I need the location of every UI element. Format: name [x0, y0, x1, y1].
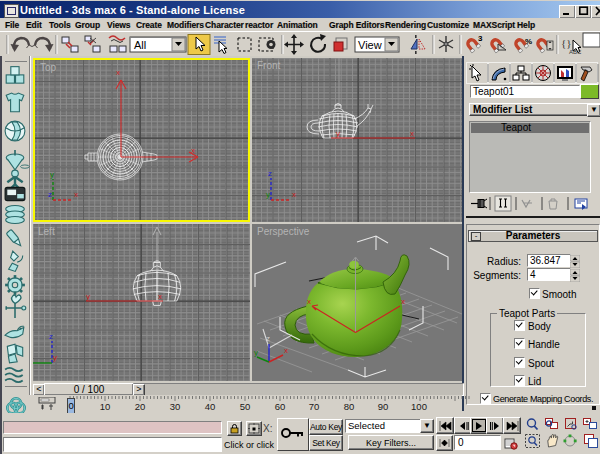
svg-text:y: y	[254, 348, 258, 357]
svg-text:x: x	[410, 129, 414, 138]
svg-text:z: z	[268, 169, 272, 178]
svg-text:y: y	[50, 170, 54, 179]
svg-text:All: All	[134, 39, 146, 51]
svg-text:View: View	[358, 39, 382, 51]
svg-text:3: 3	[478, 34, 483, 43]
svg-text:x: x	[158, 292, 162, 301]
svg-text:x: x	[74, 190, 78, 199]
svg-text:x: x	[191, 146, 195, 155]
svg-text:z: z	[266, 334, 270, 343]
svg-text:z: z	[49, 332, 53, 341]
svg-text:x: x	[401, 297, 405, 306]
svg-text:70: 70	[309, 401, 320, 412]
svg-text:90: 90	[378, 401, 389, 412]
svg-text:x: x	[284, 346, 288, 355]
svg-text:ABC: ABC	[569, 49, 582, 55]
svg-text:40: 40	[205, 401, 216, 412]
svg-text:y: y	[86, 292, 90, 301]
svg-text:100: 100	[411, 401, 427, 412]
svg-text:60: 60	[275, 401, 286, 412]
svg-text:x: x	[307, 297, 311, 306]
svg-text:%: %	[525, 37, 532, 46]
svg-text:10: 10	[100, 401, 111, 412]
svg-text:30: 30	[170, 401, 181, 412]
svg-text:20: 20	[135, 401, 146, 412]
svg-text:x: x	[116, 68, 120, 77]
svg-text:y: y	[336, 129, 340, 138]
svg-text:{}: {}	[561, 37, 572, 49]
svg-text:z: z	[48, 190, 52, 199]
svg-text:50: 50	[240, 401, 251, 412]
svg-text:y: y	[266, 190, 270, 199]
svg-text:x: x	[292, 190, 296, 199]
svg-text:y: y	[53, 353, 57, 362]
svg-text:80: 80	[344, 401, 355, 412]
